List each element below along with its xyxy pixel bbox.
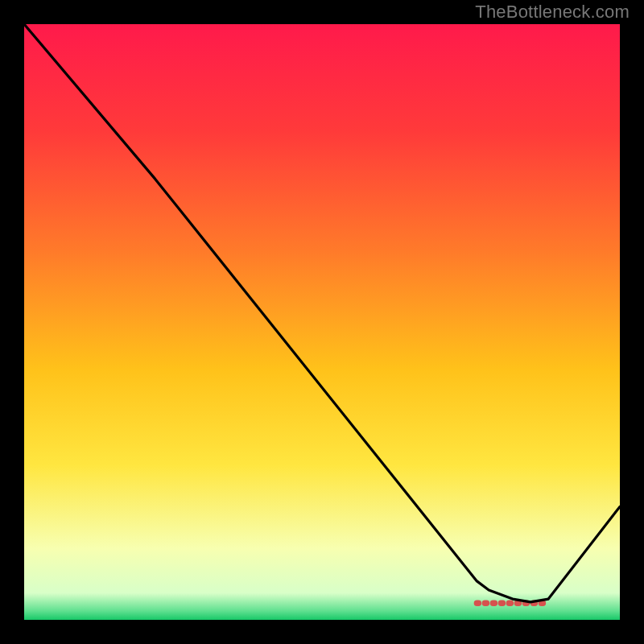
chart-plot-area [24, 24, 620, 620]
chart-stage: TheBottleneck.com [0, 0, 644, 644]
attribution-text: TheBottleneck.com [475, 2, 630, 23]
chart-svg [24, 24, 620, 620]
chart-gradient-bg [24, 24, 620, 620]
